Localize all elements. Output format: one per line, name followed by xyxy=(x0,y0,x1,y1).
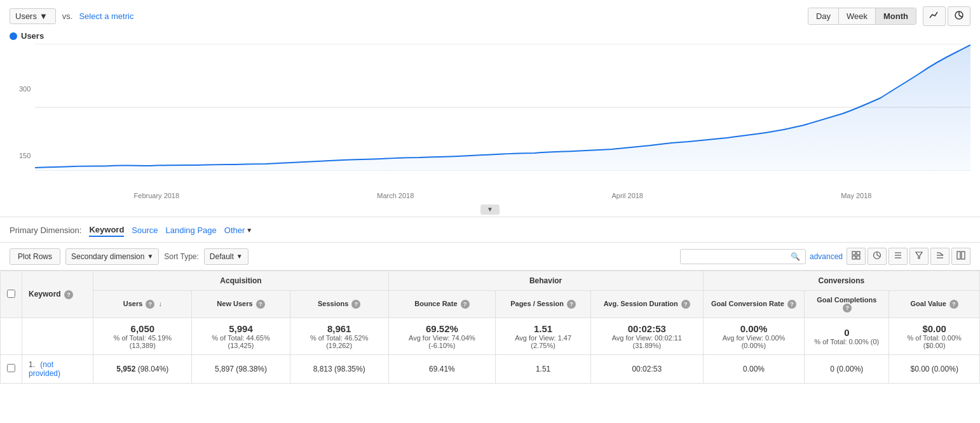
chart-top-bar: Users ▼ vs. Select a metric Day Week Mon… xyxy=(10,6,970,26)
totals-pages-session-sub: Avg for View: 1.47 (2.75%) xyxy=(502,334,584,349)
group-header-row: Keyword ? Acquisition Behavior Conversio… xyxy=(1,271,980,291)
totals-sessions-sub: % of Total: 46.52% (19,262) xyxy=(297,334,382,349)
metric-dropdown[interactable]: Users ▼ xyxy=(10,8,56,24)
new-users-col-header: New Users ? xyxy=(192,291,290,318)
toolbar-right: 🔍 advanced xyxy=(680,248,970,265)
goal-completions-help-icon[interactable]: ? xyxy=(843,304,852,312)
tab-source[interactable]: Source xyxy=(132,224,158,236)
bounce-rate-col-label: Bounce Rate xyxy=(414,300,457,307)
keyword-help-icon[interactable]: ? xyxy=(64,290,73,299)
pie-chart-icon xyxy=(954,10,964,20)
chart-area xyxy=(35,44,970,184)
week-button[interactable]: Week xyxy=(839,8,876,24)
goal-value-col-label: Goal Value xyxy=(911,300,946,307)
list-view-button[interactable] xyxy=(888,248,908,265)
sessions-help-icon[interactable]: ? xyxy=(351,300,360,309)
sessions-col-label: Sessions xyxy=(318,300,348,307)
chart-view-buttons xyxy=(923,6,970,26)
filter-icon xyxy=(915,251,923,260)
expand-icon xyxy=(956,251,965,260)
new-users-col-label: New Users xyxy=(217,300,252,307)
goal-conversion-col-header: Goal Conversion Rate ? xyxy=(703,291,805,318)
day-button[interactable]: Day xyxy=(808,8,839,24)
conversions-label: Conversions xyxy=(819,276,865,285)
goal-value-help-icon[interactable]: ? xyxy=(949,300,958,309)
row1-goal-value-cell: $0.00 (0.00%) xyxy=(889,355,980,384)
chart-top-right: Day Week Month xyxy=(808,6,970,26)
users-col-label: Users xyxy=(123,300,143,307)
row1-sessions-cell: 8,813 (98.35%) xyxy=(290,355,388,384)
totals-new-users-sub: % of Total: 44.65% (13,425) xyxy=(198,334,283,349)
row1-pages-session-value: 1.51 xyxy=(536,365,550,373)
sort-type-select[interactable]: Default ▼ xyxy=(204,248,248,265)
pages-session-help-icon[interactable]: ? xyxy=(567,300,576,309)
totals-goal-completions-value: 0 xyxy=(811,327,882,338)
dropdown-arrow-icon: ▼ xyxy=(39,11,48,21)
chart-body: 300 150 xyxy=(10,44,970,190)
tab-other[interactable]: Other ▼ xyxy=(224,224,252,236)
totals-keyword-cell xyxy=(22,318,93,355)
row1-checkbox[interactable] xyxy=(7,364,15,372)
advanced-link[interactable]: advanced xyxy=(810,252,843,261)
acquisition-label: Acquisition xyxy=(220,276,261,285)
totals-users-value: 6,050 xyxy=(100,323,185,334)
grid-view-button[interactable] xyxy=(847,248,866,265)
totals-users-sub: % of Total: 45.19% (13,389) xyxy=(100,334,185,349)
y-axis-mid: 150 xyxy=(19,152,31,159)
row1-bounce-rate-cell: 69.41% xyxy=(388,355,496,384)
plot-rows-button[interactable]: Plot Rows xyxy=(10,248,60,265)
totals-goal-value-cell: $0.00 % of Total: 0.00% ($0.00) xyxy=(889,318,980,355)
users-sort-icon[interactable]: ↓ xyxy=(158,300,162,307)
chart-collapse-button[interactable]: ▼ xyxy=(10,203,970,217)
new-users-help-icon[interactable]: ? xyxy=(256,300,265,309)
chart-section: Users ▼ vs. Select a metric Day Week Mon… xyxy=(0,0,980,217)
totals-goal-completions-cell: 0 % of Total: 0.00% (0) xyxy=(805,318,889,355)
chevron-down-icon-secondary: ▼ xyxy=(147,253,153,260)
svg-rect-8 xyxy=(852,256,855,259)
view-buttons xyxy=(847,248,970,265)
behavior-label: Behavior xyxy=(529,276,562,285)
row1-new-users-cell: 5,897 (98.38%) xyxy=(192,355,290,384)
primary-dimension-label: Primary Dimension: xyxy=(10,225,81,235)
pie-view-button[interactable] xyxy=(868,248,887,265)
goal-completions-col-header: Goal Completions ? xyxy=(805,291,889,318)
compare-view-button[interactable] xyxy=(930,248,949,265)
metric-label: Users xyxy=(15,11,37,21)
sort-type-label: Sort Type: xyxy=(164,252,198,261)
table-container: Keyword ? Acquisition Behavior Conversio… xyxy=(0,271,980,384)
row1-goal-conversion-value: 0.00% xyxy=(743,365,765,373)
tab-landing-page[interactable]: Landing Page xyxy=(166,224,217,236)
totals-sessions-cell: 8,961 % of Total: 46.52% (19,262) xyxy=(290,318,388,355)
select-all-checkbox[interactable] xyxy=(7,290,15,298)
tab-keyword[interactable]: Keyword xyxy=(89,224,124,237)
row1-keyword-cell: 1. (not provided) xyxy=(22,355,93,384)
totals-avg-session-value: 00:02:53 xyxy=(597,323,697,334)
y-axis-top: 300 xyxy=(19,85,31,93)
search-input[interactable] xyxy=(686,252,787,261)
pie-icon xyxy=(873,251,881,260)
keyword-col-label: Keyword xyxy=(29,290,61,299)
goal-value-col-header: Goal Value ? xyxy=(889,291,980,318)
goal-conversion-col-label: Goal Conversion Rate xyxy=(711,300,784,307)
filter-view-button[interactable] xyxy=(909,248,929,265)
row1-avg-session-value: 00:02:53 xyxy=(632,365,662,373)
expand-view-button[interactable] xyxy=(951,248,970,265)
keyword-header: Keyword ? xyxy=(22,271,93,318)
month-button[interactable]: Month xyxy=(876,8,916,24)
pie-chart-button[interactable] xyxy=(948,6,970,26)
goal-conversion-help-icon[interactable]: ? xyxy=(787,300,796,309)
bounce-rate-help-icon[interactable]: ? xyxy=(461,300,470,309)
users-help-icon[interactable]: ? xyxy=(146,300,154,309)
totals-bounce-rate-value: 69.52% xyxy=(395,323,489,334)
tab-other-label[interactable]: Other xyxy=(224,224,245,236)
grid-icon xyxy=(852,251,861,260)
totals-pages-session-cell: 1.51 Avg for View: 1.47 (2.75%) xyxy=(496,318,591,355)
totals-new-users-value: 5,994 xyxy=(198,323,283,334)
column-header-row: Users ? ↓ New Users ? Sessions ? Bounce … xyxy=(1,291,980,318)
chevron-down-icon-other: ▼ xyxy=(246,227,252,234)
secondary-dimension-button[interactable]: Secondary dimension ▼ xyxy=(65,248,159,265)
acquisition-group-header: Acquisition xyxy=(93,271,388,291)
line-chart-button[interactable] xyxy=(923,6,946,26)
select-metric-link[interactable]: Select a metric xyxy=(79,11,133,21)
avg-session-help-icon[interactable]: ? xyxy=(681,300,690,309)
